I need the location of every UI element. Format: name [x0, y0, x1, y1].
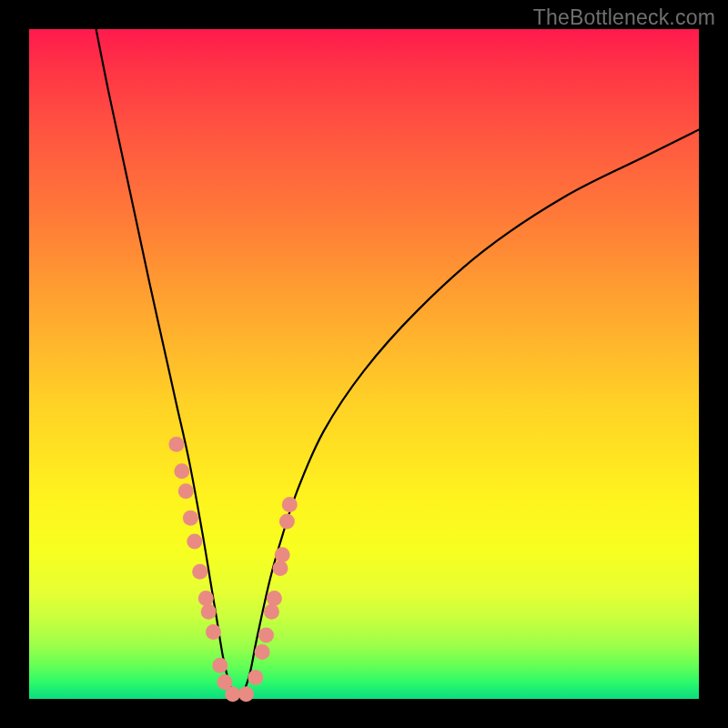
watermark-text: TheBottleneck.com [533, 5, 715, 30]
data-point [183, 511, 198, 526]
data-point [198, 591, 214, 606]
data-point [273, 561, 288, 576]
data-point [168, 437, 184, 452]
data-point [267, 591, 282, 606]
data-point [178, 483, 194, 499]
data-point [264, 604, 279, 620]
data-point [248, 670, 263, 685]
data-point [275, 547, 290, 562]
data-point [255, 644, 270, 660]
chart-svg [29, 29, 699, 699]
data-point [174, 463, 189, 479]
data-point [225, 686, 240, 702]
data-point [238, 686, 254, 702]
data-point [192, 564, 207, 580]
data-points [168, 437, 297, 703]
data-point [187, 534, 202, 550]
data-point [206, 624, 221, 640]
data-point [282, 497, 298, 512]
plot-area [29, 29, 699, 699]
data-point [279, 514, 295, 530]
data-point [212, 658, 228, 673]
data-point [201, 604, 217, 620]
bottleneck-curve [96, 29, 699, 699]
data-point [258, 628, 274, 643]
chart-frame: TheBottleneck.com [0, 0, 728, 728]
